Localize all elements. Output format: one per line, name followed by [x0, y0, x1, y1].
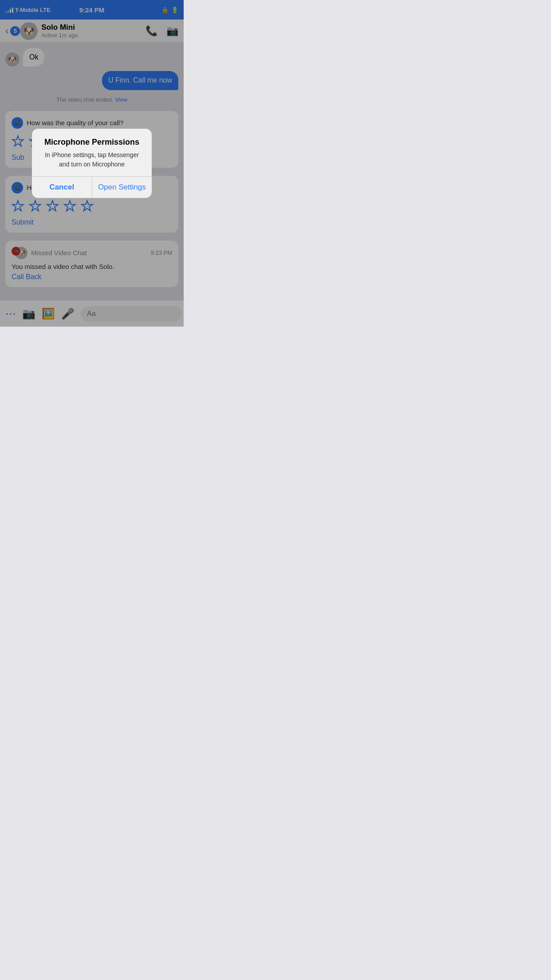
microphone-permissions-modal: Microphone Permissions In iPhone setting… — [32, 129, 152, 198]
modal-overlay: Microphone Permissions In iPhone setting… — [0, 0, 184, 327]
open-settings-button[interactable]: Open Settings — [92, 177, 152, 198]
modal-title: Microphone Permissions — [39, 138, 145, 147]
modal-actions: Cancel Open Settings — [32, 177, 152, 198]
cancel-button[interactable]: Cancel — [32, 177, 92, 198]
modal-body: Microphone Permissions In iPhone setting… — [32, 129, 152, 176]
modal-message: In iPhone settings, tap Messenger and tu… — [39, 150, 145, 169]
